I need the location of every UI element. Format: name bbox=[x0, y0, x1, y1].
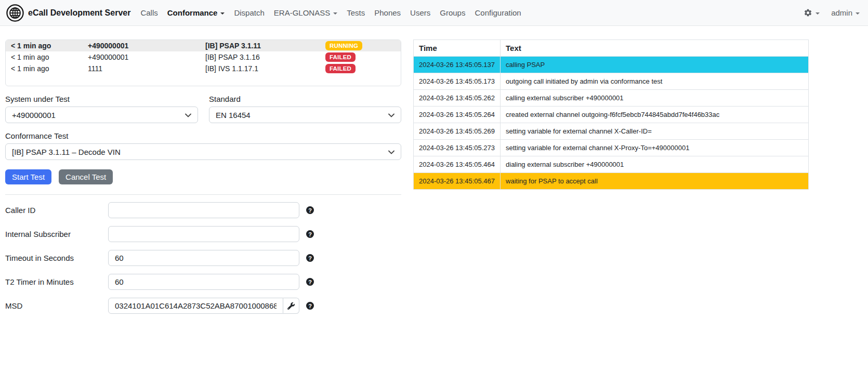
settings-dropdown[interactable] bbox=[804, 8, 820, 17]
log-row[interactable]: 2024-03-26 13:45:05.137calling PSAP bbox=[414, 57, 809, 73]
system-under-test-group: System under Test +490000001 bbox=[5, 95, 198, 123]
divider bbox=[5, 194, 401, 195]
nav-item-label: Configuration bbox=[475, 8, 521, 17]
chevron-down-icon bbox=[388, 150, 394, 154]
field-label: MSD bbox=[5, 301, 108, 310]
chevron-down-icon bbox=[816, 12, 820, 15]
caller-id-input[interactable] bbox=[108, 202, 299, 218]
field-row-internal-subscriber: Internal Subscriber? bbox=[5, 226, 401, 242]
nav-item-era-glonass[interactable]: ERA-GLONASS bbox=[269, 8, 342, 17]
log-text: setting variable for external channel X-… bbox=[501, 140, 809, 156]
test-time: < 1 min ago bbox=[11, 42, 88, 50]
internal-subscriber-input[interactable] bbox=[108, 226, 299, 242]
log-text: outgoing call initiated by admin via con… bbox=[501, 73, 809, 90]
help-icon[interactable]: ? bbox=[306, 206, 314, 214]
log-time: 2024-03-26 13:45:05.269 bbox=[414, 123, 501, 140]
conformance-test-select[interactable]: [IB] PSAP 3.1.11 – Decode VIN bbox=[5, 143, 401, 160]
log-time: 2024-03-26 13:45:05.262 bbox=[414, 90, 501, 107]
chevron-down-icon bbox=[856, 12, 860, 15]
help-icon[interactable]: ? bbox=[306, 278, 314, 286]
standard-select[interactable]: EN 16454 bbox=[209, 107, 401, 123]
log-table: Time Text 2024-03-26 13:45:05.137calling… bbox=[413, 39, 809, 190]
log-row[interactable]: 2024-03-26 13:45:05.173outgoing call ini… bbox=[414, 73, 809, 90]
log-row[interactable]: 2024-03-26 13:45:05.467waiting for PSAP … bbox=[414, 173, 809, 190]
log-row[interactable]: 2024-03-26 13:45:05.262calling external … bbox=[414, 90, 809, 107]
nav-item-label: Phones bbox=[374, 8, 401, 17]
field-row-t2-timer-in-minutes: T2 Timer in Minutes? bbox=[5, 274, 401, 290]
nav-item-tests[interactable]: Tests bbox=[342, 8, 370, 17]
help-icon[interactable]: ? bbox=[306, 254, 314, 262]
field-row-timeout-in-seconds: Timeout in Seconds? bbox=[5, 250, 401, 266]
log-text: created external channel outgoing-f6fcf5… bbox=[501, 107, 809, 123]
t2-timer-in-minutes-input-group bbox=[108, 274, 299, 290]
nav-item-calls[interactable]: Calls bbox=[136, 8, 162, 17]
test-list-row[interactable]: < 1 min ago1111[IB] IVS 1.1.17.1FAILED bbox=[6, 63, 401, 74]
main-content: < 1 min ago+490000001[IB] PSAP 3.1.11RUN… bbox=[0, 26, 868, 322]
system-under-test-value: +490000001 bbox=[12, 111, 56, 119]
nav-item-users[interactable]: Users bbox=[405, 8, 435, 17]
nav-item-label: Tests bbox=[347, 8, 365, 17]
chevron-down-icon bbox=[185, 113, 191, 117]
test-time: < 1 min ago bbox=[11, 53, 88, 61]
test-list-row[interactable]: < 1 min ago+490000001[IB] PSAP 3.1.16FAI… bbox=[6, 51, 401, 63]
chevron-down-icon bbox=[220, 12, 225, 15]
standard-label: Standard bbox=[209, 95, 401, 103]
log-panel: Time Text 2024-03-26 13:45:05.137calling… bbox=[413, 39, 809, 190]
log-text: setting variable for external channel X-… bbox=[501, 123, 809, 140]
timeout-in-seconds-input[interactable] bbox=[108, 250, 299, 266]
user-dropdown[interactable]: admin bbox=[831, 8, 860, 17]
gear-icon bbox=[804, 8, 812, 17]
conformance-test-label: Conformance Test bbox=[5, 131, 401, 140]
nav-item-groups[interactable]: Groups bbox=[435, 8, 470, 17]
wrench-icon bbox=[287, 302, 295, 310]
help-icon[interactable]: ? bbox=[306, 302, 314, 310]
log-row[interactable]: 2024-03-26 13:45:05.264created external … bbox=[414, 107, 809, 123]
nav-item-label: Users bbox=[410, 8, 430, 17]
test-list: < 1 min ago+490000001[IB] PSAP 3.1.11RUN… bbox=[5, 39, 401, 86]
test-test-name: [IB] PSAP 3.1.16 bbox=[205, 53, 325, 61]
log-row[interactable]: 2024-03-26 13:45:05.269setting variable … bbox=[414, 123, 809, 140]
log-text: dialing external subscriber +490000001 bbox=[501, 156, 809, 173]
status-badge: FAILED bbox=[325, 64, 356, 73]
status-badge: RUNNING bbox=[325, 41, 362, 50]
log-time: 2024-03-26 13:45:05.137 bbox=[414, 57, 501, 73]
test-subscriber: 1111 bbox=[88, 64, 205, 73]
conformance-test-value: [IB] PSAP 3.1.11 – Decode VIN bbox=[12, 148, 121, 156]
log-time: 2024-03-26 13:45:05.173 bbox=[414, 73, 501, 90]
msd-input[interactable] bbox=[108, 298, 283, 314]
log-text: calling PSAP bbox=[501, 57, 809, 73]
log-row[interactable]: 2024-03-26 13:45:05.273setting variable … bbox=[414, 140, 809, 156]
test-subscriber: +490000001 bbox=[88, 53, 205, 61]
wrench-button[interactable] bbox=[283, 298, 299, 314]
log-row[interactable]: 2024-03-26 13:45:05.464dialing external … bbox=[414, 156, 809, 173]
help-icon[interactable]: ? bbox=[306, 230, 314, 238]
chevron-down-icon bbox=[333, 12, 337, 15]
log-time: 2024-03-26 13:45:05.273 bbox=[414, 140, 501, 156]
globe-logo-icon bbox=[6, 4, 24, 22]
conformance-panel: < 1 min ago+490000001[IB] PSAP 3.1.11RUN… bbox=[5, 39, 401, 322]
test-test-name: [IB] PSAP 3.1.11 bbox=[205, 42, 325, 50]
t2-timer-in-minutes-input[interactable] bbox=[108, 274, 299, 290]
log-col-text: Text bbox=[501, 40, 809, 57]
status-badge: FAILED bbox=[325, 52, 356, 62]
test-list-row[interactable]: < 1 min ago+490000001[IB] PSAP 3.1.11RUN… bbox=[6, 40, 401, 51]
system-under-test-select[interactable]: +490000001 bbox=[5, 107, 198, 123]
log-time: 2024-03-26 13:45:05.464 bbox=[414, 156, 501, 173]
system-under-test-label: System under Test bbox=[5, 95, 198, 103]
cancel-test-button[interactable]: Cancel Test bbox=[59, 169, 113, 184]
nav-item-label: ERA-GLONASS bbox=[274, 8, 330, 17]
test-test-name: [IB] IVS 1.1.17.1 bbox=[205, 64, 325, 73]
user-name: admin bbox=[831, 8, 852, 17]
nav-item-dispatch[interactable]: Dispatch bbox=[229, 8, 269, 17]
test-time: < 1 min ago bbox=[11, 64, 88, 73]
start-test-button[interactable]: Start Test bbox=[5, 169, 51, 184]
app-title: eCall Development Server bbox=[28, 8, 130, 18]
field-label: T2 Timer in Minutes bbox=[5, 277, 108, 286]
log-col-time: Time bbox=[414, 40, 501, 57]
nav-item-conformance[interactable]: Conformance bbox=[163, 8, 230, 17]
brand[interactable]: eCall Development Server bbox=[6, 4, 130, 22]
log-table-header: Time Text bbox=[414, 40, 809, 57]
caller-id-input-group bbox=[108, 202, 299, 218]
nav-item-configuration[interactable]: Configuration bbox=[470, 8, 525, 17]
nav-item-phones[interactable]: Phones bbox=[370, 8, 405, 17]
